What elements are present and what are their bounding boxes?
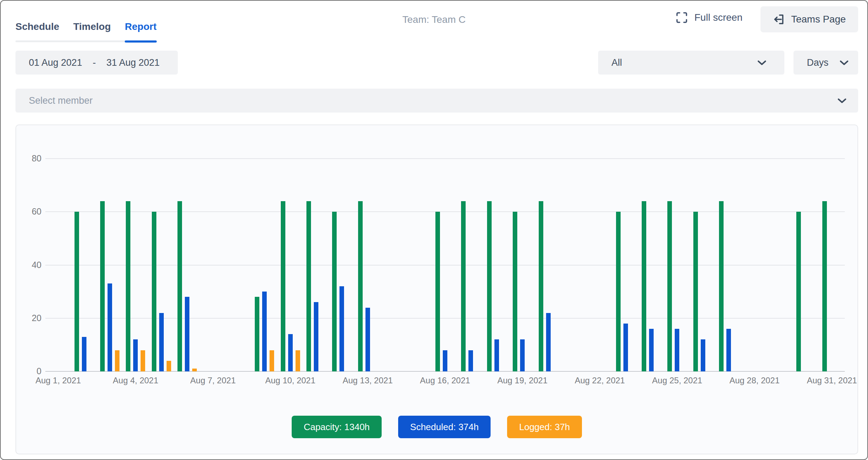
bar-capacity-aug-27[interactable]	[719, 201, 724, 371]
bar-capacity-aug-25[interactable]	[667, 201, 672, 371]
window: Schedule Timelog Report Team: Team C Ful…	[0, 0, 868, 460]
unit-value: Days	[807, 57, 829, 68]
bar-scheduled-aug-24[interactable]	[649, 329, 654, 371]
bar-capacity-aug-30[interactable]	[796, 212, 801, 371]
bar-scheduled-aug-17[interactable]	[468, 350, 473, 372]
bar-scheduled-aug-16[interactable]	[443, 350, 447, 372]
bar-scheduled-aug-2[interactable]	[82, 337, 86, 371]
bar-logged-aug-3[interactable]	[115, 350, 119, 372]
project-filter-value: All	[611, 57, 622, 68]
bar-capacity-aug-17[interactable]	[461, 201, 466, 371]
date-to: 31 Aug 2021	[106, 57, 160, 68]
bar-capacity-aug-5[interactable]	[152, 212, 156, 371]
x-axis-label: Aug 4, 2021	[101, 376, 171, 385]
bar-scheduled-aug-11[interactable]	[314, 302, 318, 371]
teams-page-label: Teams Page	[791, 14, 846, 25]
bar-scheduled-aug-4[interactable]	[133, 339, 138, 371]
bar-capacity-aug-19[interactable]	[513, 212, 517, 371]
bar-scheduled-aug-13[interactable]	[365, 308, 370, 372]
bar-scheduled-aug-5[interactable]	[159, 313, 164, 371]
gridline	[45, 318, 845, 319]
bar-scheduled-aug-20[interactable]	[546, 313, 551, 371]
legend-capacity-button[interactable]: Capacity: 1340h	[292, 416, 382, 438]
bar-capacity-aug-31[interactable]	[822, 201, 827, 371]
bar-logged-aug-10[interactable]	[296, 350, 300, 372]
bar-scheduled-aug-18[interactable]	[494, 339, 499, 371]
unit-dropdown[interactable]: Days	[793, 51, 858, 75]
member-select-placeholder: Select member	[29, 95, 93, 106]
bar-scheduled-aug-6[interactable]	[185, 297, 189, 371]
member-select[interactable]: Select member	[15, 89, 858, 113]
bar-logged-aug-4[interactable]	[141, 350, 145, 372]
bar-capacity-aug-12[interactable]	[332, 212, 337, 371]
y-axis-label: 60	[16, 206, 41, 217]
bar-capacity-aug-2[interactable]	[75, 212, 79, 371]
chart-plot: 020406080Aug 1, 2021Aug 4, 2021Aug 7, 20…	[16, 125, 857, 454]
bar-capacity-aug-18[interactable]	[487, 201, 492, 371]
x-axis-label: Aug 13, 2021	[332, 376, 403, 385]
x-axis-label: Aug 16, 2021	[410, 376, 480, 385]
bar-scheduled-aug-9[interactable]	[262, 292, 267, 371]
bar-logged-aug-9[interactable]	[270, 350, 274, 372]
date-from: 01 Aug 2021	[29, 57, 82, 68]
chart-panel: 020406080Aug 1, 2021Aug 4, 2021Aug 7, 20…	[15, 124, 858, 454]
gridline	[45, 265, 845, 266]
bar-scheduled-aug-27[interactable]	[726, 329, 731, 371]
legend-logged-button[interactable]: Logged: 37h	[507, 416, 582, 438]
project-filter-dropdown[interactable]: All	[598, 51, 784, 75]
y-axis-label: 20	[16, 313, 41, 323]
gridline	[45, 158, 845, 159]
bar-capacity-aug-13[interactable]	[358, 201, 363, 371]
y-axis-label: 0	[16, 366, 41, 376]
x-axis-label: Aug 10, 2021	[255, 376, 325, 385]
y-axis-label: 40	[16, 260, 41, 270]
bar-capacity-aug-6[interactable]	[177, 201, 182, 371]
fullscreen-icon	[675, 11, 688, 24]
bar-scheduled-aug-19[interactable]	[520, 339, 525, 371]
bar-capacity-aug-26[interactable]	[693, 212, 698, 371]
bar-capacity-aug-23[interactable]	[616, 212, 621, 371]
chevron-down-icon	[837, 98, 847, 104]
bar-capacity-aug-24[interactable]	[642, 201, 646, 371]
bar-scheduled-aug-3[interactable]	[108, 283, 112, 371]
bar-logged-aug-6[interactable]	[192, 369, 197, 371]
exit-icon	[773, 13, 785, 26]
x-axis-label: Aug 7, 2021	[178, 376, 248, 385]
x-axis-label: Aug 31, 2021	[797, 376, 867, 385]
gridline	[45, 211, 845, 212]
bar-logged-aug-5[interactable]	[167, 361, 171, 371]
bar-capacity-aug-4[interactable]	[126, 201, 130, 371]
bar-scheduled-aug-26[interactable]	[701, 339, 705, 371]
x-axis-label: Aug 25, 2021	[642, 376, 712, 385]
bar-capacity-aug-10[interactable]	[281, 201, 285, 371]
fullscreen-label: Full screen	[694, 12, 743, 23]
bar-capacity-aug-9[interactable]	[255, 297, 259, 371]
bar-scheduled-aug-12[interactable]	[339, 286, 344, 371]
x-axis-label: Aug 19, 2021	[487, 376, 558, 385]
bar-scheduled-aug-23[interactable]	[623, 324, 628, 371]
bar-capacity-aug-3[interactable]	[100, 201, 105, 371]
bar-scheduled-aug-10[interactable]	[288, 334, 293, 371]
date-range-separator: -	[93, 57, 96, 68]
chevron-down-icon	[757, 60, 767, 66]
chevron-down-icon	[839, 60, 849, 66]
bar-capacity-aug-16[interactable]	[435, 212, 440, 371]
legend-scheduled-button[interactable]: Scheduled: 374h	[398, 416, 491, 438]
x-axis-label: Aug 1, 2021	[23, 376, 93, 385]
y-axis-label: 80	[16, 153, 41, 164]
x-axis-label: Aug 28, 2021	[719, 376, 790, 385]
chart-legend: Capacity: 1340hScheduled: 374hLogged: 37…	[16, 416, 857, 438]
x-axis-label: Aug 22, 2021	[565, 376, 635, 385]
fullscreen-button[interactable]: Full screen	[675, 11, 743, 24]
bar-scheduled-aug-25[interactable]	[675, 329, 679, 371]
date-range-picker[interactable]: 01 Aug 2021 - 31 Aug 2021	[15, 51, 178, 75]
teams-page-button[interactable]: Teams Page	[760, 6, 858, 32]
bar-capacity-aug-20[interactable]	[539, 201, 543, 371]
bar-capacity-aug-11[interactable]	[306, 201, 311, 371]
